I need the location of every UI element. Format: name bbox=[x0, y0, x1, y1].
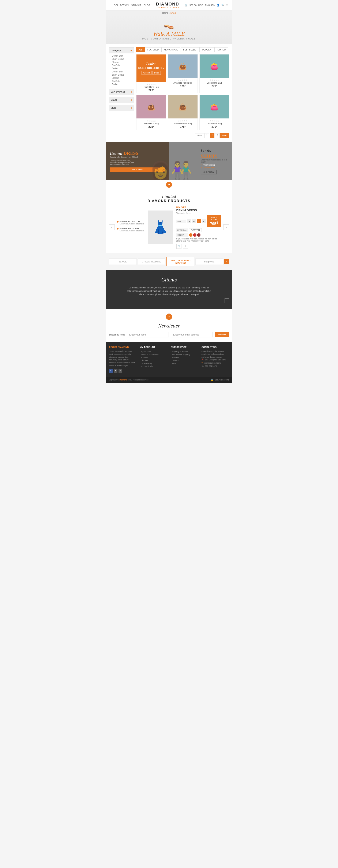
slider-prev-button[interactable]: ‹ bbox=[109, 224, 115, 230]
footer-email-text: info@diamond.com bbox=[204, 362, 221, 364]
color-swatch-1[interactable] bbox=[189, 233, 192, 237]
product-info-5: ★★★★★ Anabelle Hand Bag 175$ bbox=[168, 119, 197, 130]
category-plus-icon[interactable]: + bbox=[130, 49, 132, 52]
sidebar-style-header: Style + bbox=[109, 105, 134, 111]
featured-product-title: Louise bbox=[146, 62, 156, 66]
newsletter-email-input[interactable] bbox=[171, 332, 213, 337]
home-nav-icon[interactable]: ⌂ bbox=[110, 4, 111, 6]
logo-title[interactable]: DIAMOND bbox=[156, 2, 179, 6]
page-1-button[interactable]: 1 bbox=[205, 133, 209, 138]
color-swatch-2[interactable] bbox=[193, 233, 196, 237]
filter-new-arrival[interactable]: NEW ARRIVAL bbox=[161, 47, 180, 52]
products-grid: Louise BAG'S COLLECTION Wishlist Detail … bbox=[136, 54, 229, 93]
filter-limited[interactable]: LIMITED bbox=[215, 47, 228, 52]
category-item[interactable]: Co-Ords bbox=[111, 64, 132, 67]
language[interactable]: ENGLISH bbox=[205, 4, 215, 6]
category-item[interactable]: Blazers bbox=[111, 61, 132, 64]
footer-account-link-5[interactable]: Order History bbox=[140, 362, 167, 365]
nav-right: 🛒 $00.00 USD ENGLISH 👤 🔍 ☰ bbox=[185, 4, 228, 6]
size-s[interactable]: S bbox=[187, 219, 191, 223]
footer-account-link-2[interactable]: Personal Information bbox=[140, 353, 167, 356]
facebook-icon[interactable]: f bbox=[109, 369, 113, 373]
filter-featured[interactable]: FEATURED bbox=[145, 47, 161, 52]
size-m[interactable]: M bbox=[192, 219, 196, 223]
footer-account-link-6[interactable]: My Credit Slip bbox=[140, 365, 167, 368]
promo-right-content: Louis SHIRTS Order now, free shipping in… bbox=[201, 148, 228, 175]
filter-best-seller[interactable]: BEST SELLER bbox=[181, 47, 199, 52]
category-item[interactable]: Denim Shirt bbox=[111, 70, 132, 73]
filter-all[interactable]: ALL bbox=[136, 47, 145, 52]
product-price-2: 175$ bbox=[169, 85, 196, 88]
brand-item-4: magnolia bbox=[195, 258, 223, 265]
testimonial-text: Lorem ipsum dolor sit amet, consectetuer… bbox=[127, 286, 211, 296]
price-amount: 795$ bbox=[209, 221, 219, 226]
product-name-4: Berty Hand Bag bbox=[138, 122, 164, 125]
category-label: Category bbox=[111, 49, 121, 52]
slider-model: 👗 bbox=[148, 211, 173, 244]
brands-next-button[interactable]: › bbox=[224, 259, 229, 264]
page-3-button[interactable]: 3 bbox=[215, 133, 220, 138]
twitter-icon[interactable]: t bbox=[114, 369, 118, 373]
arrow-down-icon[interactable]: ♥ bbox=[166, 182, 172, 188]
collection-nav[interactable]: COLLECTION bbox=[114, 4, 129, 6]
newsletter-submit-button[interactable]: SUBMIT bbox=[215, 332, 229, 337]
menu-icon[interactable]: ☰ bbox=[226, 4, 228, 6]
footer-contact-title: CONTACT US bbox=[202, 346, 229, 348]
category-item[interactable]: Jacket bbox=[111, 83, 132, 86]
filter-popular[interactable]: POPULAR bbox=[200, 47, 215, 52]
wishlist-button[interactable]: Wishlist bbox=[142, 71, 151, 75]
products-grid-2: 👜 ★★★★★ Berty Hand Bag 225$ 👜 ★★★★★ Anab… bbox=[136, 95, 229, 130]
detail-button[interactable]: Detail bbox=[153, 71, 161, 75]
cart-action-icon[interactable]: 🛒 bbox=[176, 244, 181, 249]
footer-service-link-2[interactable]: International Shipping bbox=[171, 353, 198, 356]
prev-page-button[interactable]: PREV bbox=[195, 133, 204, 138]
price-plus-icon[interactable]: + bbox=[130, 90, 132, 94]
footer-account-link-4[interactable]: Discount bbox=[140, 359, 167, 362]
clients-section: Clients Lorem ipsum dolor sit amet, cons… bbox=[105, 270, 233, 309]
newsletter-name-input[interactable] bbox=[127, 332, 169, 337]
category-item[interactable]: Short Sleeve bbox=[111, 57, 132, 61]
brand-plus-icon[interactable]: + bbox=[130, 98, 132, 101]
share-action-icon[interactable]: ↗ bbox=[183, 244, 188, 249]
search-icon[interactable]: 🔍 bbox=[221, 4, 224, 6]
footer-account-title: MY ACCOUNT bbox=[140, 346, 167, 348]
newsletter-arrow: ✉ bbox=[109, 314, 229, 320]
style-plus-icon[interactable]: + bbox=[130, 106, 132, 110]
currency[interactable]: USD bbox=[198, 4, 203, 6]
footer-account-link-3[interactable]: Address bbox=[140, 356, 167, 359]
social-icons: f t in bbox=[109, 369, 136, 373]
service-nav[interactable]: SERVICE bbox=[131, 4, 141, 6]
footer-service-link-4[interactable]: Careers bbox=[171, 359, 198, 362]
size-l[interactable]: L bbox=[197, 219, 201, 223]
category-item[interactable]: Denim Shirt bbox=[111, 54, 132, 57]
size-xl[interactable]: XL bbox=[202, 219, 206, 223]
slider-next-button[interactable]: › bbox=[223, 224, 229, 230]
footer-service-link-3[interactable]: Affiliates bbox=[171, 356, 198, 359]
product-image-3: 👛 bbox=[199, 55, 229, 78]
promo-right-cta[interactable]: SHOP NOW bbox=[201, 170, 217, 175]
account-icon[interactable]: 👤 bbox=[217, 4, 220, 6]
category-item[interactable]: Co-Ords bbox=[111, 80, 132, 83]
instagram-icon[interactable]: in bbox=[119, 369, 122, 373]
product-price-5: 175$ bbox=[169, 125, 196, 128]
blog-nav[interactable]: BLOG bbox=[144, 4, 150, 6]
product-info-3: ★★★★★ Crish Hand Bag 270$ bbox=[199, 78, 229, 89]
category-item[interactable]: Short Sleeve bbox=[111, 73, 132, 76]
footer-service-link-5[interactable]: FAQ bbox=[171, 362, 198, 365]
product-price-6: 270$ bbox=[201, 125, 228, 128]
footer-contact-col: CONTACT US Lorem ipsum dolor sit amet, n… bbox=[202, 346, 229, 373]
breadcrumb-home[interactable]: Home bbox=[162, 11, 168, 14]
product-name: Berty Hand Bag bbox=[138, 86, 164, 88]
category-item[interactable]: Blazers bbox=[111, 76, 132, 80]
footer-brand: Diamond bbox=[119, 379, 127, 381]
cart-amount[interactable]: $00.00 bbox=[189, 4, 197, 6]
color-swatch-3[interactable] bbox=[197, 233, 201, 237]
category-item[interactable]: Jacket bbox=[111, 67, 132, 70]
feature-dot-2 bbox=[117, 228, 119, 229]
next-page-button[interactable]: NEXT bbox=[220, 133, 229, 138]
footer-account-link-1[interactable]: My Account bbox=[140, 350, 167, 353]
page-2-button[interactable]: 2 bbox=[210, 133, 214, 138]
clients-prev-button[interactable]: › bbox=[224, 298, 229, 303]
footer-service-link-1[interactable]: Shipping & Returns bbox=[171, 350, 198, 353]
footer-service-title: OUR SERVICE bbox=[171, 346, 198, 348]
